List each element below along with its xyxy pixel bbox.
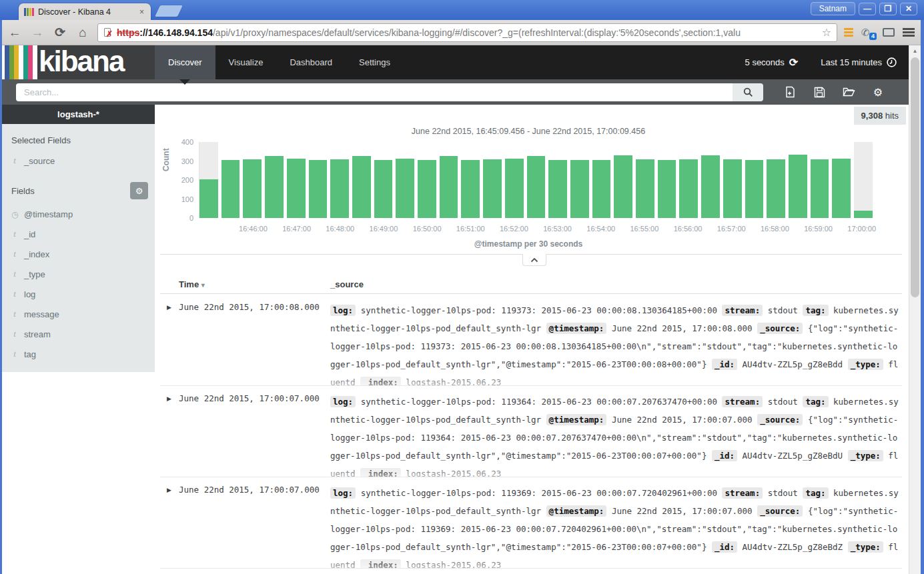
histogram-bar[interactable] [767,142,785,218]
home-icon[interactable]: ⌂ [75,25,91,40]
histogram-bar[interactable] [265,142,284,218]
open-folder-icon [843,87,855,97]
histogram-bar[interactable] [723,142,742,218]
scrollbar-up-arrow[interactable]: ▲ [909,45,921,56]
histogram-bar[interactable] [592,142,611,218]
histogram-bar[interactable] [483,142,502,218]
histogram-bar[interactable] [679,142,698,218]
cast-icon[interactable] [883,28,895,37]
bar-fill [461,160,480,218]
histogram-bar[interactable] [374,142,393,218]
field-item-_source[interactable]: t_source [2,151,155,171]
window-close-button[interactable]: ✕ [900,3,917,15]
page-scrollbar[interactable]: ▲ [909,45,921,574]
extension-icon[interactable] [844,27,853,38]
histogram-bar[interactable] [658,142,676,218]
histogram-bar[interactable] [527,142,546,218]
save-search-button[interactable] [805,87,834,98]
profile-button[interactable]: Satnam [811,2,855,15]
histogram-bar[interactable] [854,142,873,218]
expand-row-icon[interactable]: ▶ [167,393,179,402]
tab-close-icon[interactable]: × [138,7,145,17]
histogram-bar[interactable] [352,142,371,218]
histogram-bar[interactable] [832,142,851,218]
histogram-bar[interactable] [461,142,480,218]
time-range-picker[interactable]: Last 15 minutes [821,57,897,67]
histogram-bar[interactable] [789,142,807,218]
hits-label: hits [885,111,899,121]
histogram-bar[interactable] [570,142,589,218]
field-item-_index[interactable]: t_index [2,244,155,264]
histogram-bar[interactable] [221,142,240,218]
column-header-time[interactable]: Time ▾ [179,279,205,289]
nav-tab-settings[interactable]: Settings [346,45,404,79]
search-button[interactable] [733,83,763,101]
field-label-badge: @timestamp: [546,505,607,517]
histogram-bar[interactable] [636,142,654,218]
reload-icon[interactable]: ⟳ [52,25,68,40]
field-name: stream [24,329,51,339]
new-tab-button[interactable] [155,5,183,17]
url-bar[interactable]: ✗ https://146.148.94.154/api/v1/proxy/na… [97,23,837,42]
open-search-button[interactable] [834,87,863,97]
forward-icon[interactable]: → [29,25,45,40]
histogram-bar[interactable] [701,142,720,218]
scrollbar-thumb[interactable] [911,57,919,297]
histogram-bar[interactable] [811,142,829,218]
back-icon[interactable]: ← [7,25,23,40]
histogram-bar[interactable] [440,142,458,218]
settings-gear-button[interactable]: ⚙ [863,86,893,99]
field-label-badge: log: [330,396,356,407]
histogram-bar[interactable] [614,142,632,218]
window-minimize-button[interactable]: — [859,3,876,15]
row-time: June 22nd 2015, 17:00:07.000 [179,484,330,495]
sort-desc-icon[interactable]: ▾ [201,281,205,289]
browser-tab[interactable]: Discover - Kibana 4 × [19,3,151,20]
phone-extension-icon[interactable]: ✆ 4 [861,27,875,39]
text-field-icon: t [11,155,18,166]
field-item-_id[interactable]: t_id [2,224,155,244]
field-item-_type[interactable]: t_type [2,264,155,284]
histogram-bar[interactable] [199,142,218,218]
query-bar: ⚙ [0,79,909,105]
field-item-message[interactable]: tmessage [2,304,155,324]
field-item-tag[interactable]: ttag [2,344,155,364]
histogram-bar[interactable] [745,142,764,218]
index-pattern-selector[interactable]: logstash-* [2,105,155,124]
new-search-button[interactable] [775,86,805,98]
kibana-logo[interactable]: kibana [0,45,155,79]
field-item-stream[interactable]: tstream [2,324,155,344]
histogram-bar[interactable] [287,142,306,218]
nav-tab-discover[interactable]: Discover [155,45,215,79]
expand-row-icon[interactable]: ▶ [167,301,179,311]
bar-fill [352,156,371,218]
window-maximize-button[interactable]: ❐ [879,3,897,15]
nav-tab-visualize[interactable]: Visualize [215,45,277,79]
field-item-@timestamp[interactable]: ◷@timestamp [2,205,155,224]
field-label-badge: _source: [757,323,803,334]
nav-tab-dashboard[interactable]: Dashboard [276,45,346,79]
url-text[interactable]: https://146.148.94.154/api/v1/proxy/name… [117,27,818,38]
histogram-bar[interactable] [505,142,524,218]
insecure-page-icon[interactable]: ✗ [103,27,113,38]
histogram-bar[interactable] [309,142,328,218]
histogram-bar[interactable] [330,142,349,218]
field-settings-button[interactable]: ⚙ [130,182,148,199]
refresh-interval-picker[interactable]: 5 seconds ⟳ [745,56,799,69]
row-time: June 22nd 2015, 17:00:07.000 [179,393,330,403]
x-tick-label: 16:53:00 [543,225,572,233]
column-header-source[interactable]: _source [330,279,364,289]
histogram-bar[interactable] [548,142,567,218]
bookmark-star-icon[interactable]: ☆ [822,26,831,39]
text-field-icon: t [11,249,18,259]
histogram-bar[interactable] [243,142,262,218]
histogram-bar[interactable] [396,142,414,218]
field-item-log[interactable]: tlog [2,284,155,304]
histogram-plot [199,142,873,218]
collapse-histogram-button[interactable] [522,254,546,266]
browser-menu-icon[interactable] [903,28,915,37]
search-input[interactable] [16,83,733,101]
expand-row-icon[interactable]: ▶ [167,484,179,493]
truncation-fade [330,554,902,569]
histogram-bar[interactable] [418,142,436,218]
